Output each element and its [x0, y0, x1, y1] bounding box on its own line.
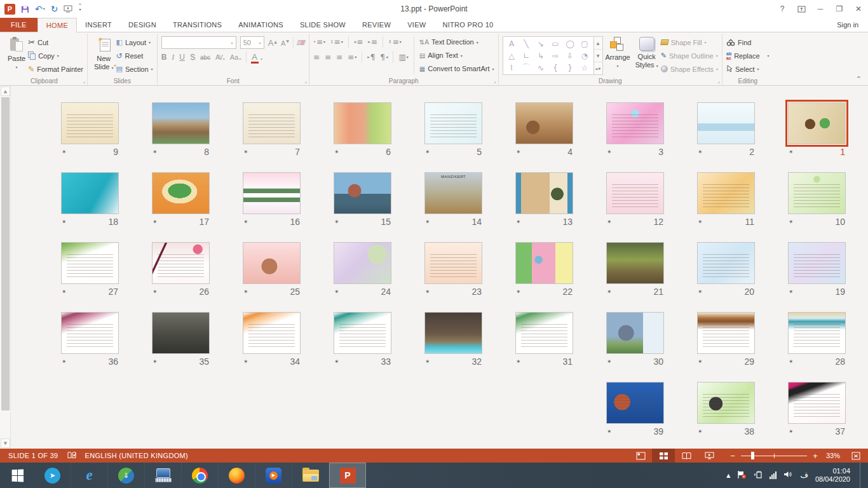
- shape-option-17[interactable]: ☆: [578, 62, 592, 74]
- slide-image-9[interactable]: [61, 102, 119, 144]
- slide-thumbnail-25[interactable]: ✶25: [243, 242, 301, 296]
- slide-thumbnail-20[interactable]: ✶20: [697, 242, 755, 296]
- zoom-percentage[interactable]: 33%: [818, 452, 840, 459]
- restore-button[interactable]: ❐: [830, 0, 849, 18]
- slide-image-29[interactable]: [697, 312, 755, 354]
- shape-option-12[interactable]: ⌇: [505, 62, 519, 74]
- shrink-font-button[interactable]: A▼: [281, 39, 289, 47]
- sign-in-link[interactable]: Sign in: [837, 18, 868, 32]
- change-case-button[interactable]: Aa▾: [230, 53, 241, 61]
- increase-indent-button[interactable]: ▸≡: [368, 38, 377, 46]
- taskbar-item-idm[interactable]: ⇓: [108, 463, 145, 488]
- copy-button[interactable]: Copy▾: [28, 50, 83, 62]
- slide-image-17[interactable]: [152, 172, 210, 214]
- drawing-dialog-launcher[interactable]: ⌟: [717, 78, 720, 84]
- shape-option-9[interactable]: ⇨: [548, 50, 563, 62]
- slide-thumbnail-38[interactable]: ✶38: [697, 382, 755, 436]
- collapse-ribbon-button[interactable]: ⌃: [856, 75, 862, 83]
- tab-view[interactable]: VIEW: [399, 18, 434, 32]
- font-dialog-launcher[interactable]: ⌟: [304, 78, 307, 84]
- slide-image-22[interactable]: [515, 242, 573, 284]
- replace-button[interactable]: abac Replace ▾: [726, 50, 770, 62]
- redo-button[interactable]: ↻: [51, 4, 58, 13]
- slide-thumbnail-18[interactable]: ✶18: [61, 172, 119, 226]
- text-direction-button[interactable]: ⇅AText Direction▾: [419, 36, 494, 48]
- action-center-icon[interactable]: [737, 470, 747, 481]
- tab-slide-show[interactable]: SLIDE SHOW: [292, 18, 354, 32]
- power-icon[interactable]: [754, 470, 763, 480]
- slide-image-24[interactable]: [334, 242, 391, 284]
- slide-thumbnail-30[interactable]: ✶30: [606, 312, 664, 366]
- shape-option-1[interactable]: ╲: [519, 37, 534, 50]
- grow-font-button[interactable]: A▲: [268, 38, 277, 48]
- slide-image-32[interactable]: [424, 312, 482, 354]
- slide-thumbnail-19[interactable]: ✶19: [788, 242, 846, 296]
- slide-image-11[interactable]: [697, 172, 755, 214]
- vertical-scrollbar[interactable]: ▲ ▼: [0, 86, 11, 449]
- scroll-up-arrow[interactable]: ▲: [1, 86, 10, 96]
- taskbar-item-firefox[interactable]: [219, 463, 255, 488]
- minimize-button[interactable]: ─: [811, 0, 830, 18]
- slide-image-38[interactable]: [697, 382, 755, 424]
- reset-button[interactable]: ↺Reset: [116, 50, 153, 62]
- slide-thumbnail-22[interactable]: ✶22: [515, 242, 573, 296]
- network-signal-icon[interactable]: [770, 471, 776, 479]
- volume-icon[interactable]: [783, 470, 793, 480]
- slide-image-14[interactable]: MANZIKERT: [424, 172, 482, 214]
- slide-image-35[interactable]: [152, 312, 210, 354]
- scroll-down-arrow[interactable]: ▼: [1, 438, 10, 448]
- hidden-icons-button[interactable]: ▲: [726, 473, 730, 478]
- slide-image-5[interactable]: [424, 102, 482, 144]
- shape-option-8[interactable]: ↳: [534, 50, 548, 62]
- slide-image-36[interactable]: [61, 312, 119, 354]
- shape-option-2[interactable]: ↘: [534, 37, 548, 50]
- slide-sorter-view-button[interactable]: [652, 449, 675, 463]
- slide-image-2[interactable]: [697, 102, 755, 144]
- slide-thumbnail-1[interactable]: ✶1: [788, 102, 846, 156]
- slide-image-37[interactable]: [788, 382, 846, 424]
- slide-thumbnail-32[interactable]: ✶32: [424, 312, 482, 366]
- tab-design[interactable]: DESIGN: [120, 18, 165, 32]
- shape-option-13[interactable]: ⌒: [519, 62, 534, 74]
- justify-button[interactable]: ≡▾: [348, 53, 356, 61]
- taskbar-item-remote-desktop[interactable]: [145, 463, 182, 488]
- slide-image-31[interactable]: [515, 312, 573, 354]
- slide-thumbnail-12[interactable]: ✶12: [606, 172, 664, 226]
- decrease-indent-button[interactable]: ◂≡: [354, 38, 363, 46]
- shape-outline-button[interactable]: ✎Shape Outline▾: [661, 50, 718, 62]
- section-button[interactable]: ✶▤Section▾: [116, 63, 153, 75]
- character-spacing-button[interactable]: AV▾: [215, 54, 225, 61]
- shape-option-14[interactable]: ∿: [534, 62, 548, 74]
- slide-image-16[interactable]: [243, 172, 301, 214]
- shape-option-15[interactable]: {: [548, 62, 563, 74]
- slide-image-19[interactable]: [788, 242, 846, 284]
- spell-check-icon[interactable]: [67, 451, 76, 461]
- zoom-slider[interactable]: [741, 452, 807, 459]
- zoom-out-button[interactable]: −: [729, 451, 736, 461]
- format-painter-button[interactable]: ✎Format Painter: [28, 63, 83, 75]
- slide-thumbnail-17[interactable]: ✶17: [152, 172, 210, 226]
- slide-thumbnail-8[interactable]: ✶8: [152, 102, 210, 156]
- slide-image-1[interactable]: [788, 102, 846, 144]
- slide-show-button[interactable]: [698, 449, 721, 463]
- slide-image-26[interactable]: [152, 242, 210, 284]
- underline-button[interactable]: U: [179, 53, 185, 62]
- slide-thumbnail-26[interactable]: ✶26: [152, 242, 210, 296]
- slide-image-33[interactable]: [334, 312, 391, 354]
- start-slideshow-button[interactable]: [64, 5, 72, 13]
- taskbar-item-media-player[interactable]: ▶: [255, 463, 292, 488]
- shape-fill-button[interactable]: Shape Fill▾: [661, 36, 718, 48]
- customize-qat-button[interactable]: ▾: [79, 4, 81, 14]
- cut-button[interactable]: ✂Cut: [28, 36, 83, 48]
- slide-image-28[interactable]: [788, 312, 846, 354]
- tab-animations[interactable]: ANIMATIONS: [230, 18, 292, 32]
- taskbar-item-telegram[interactable]: ➤: [34, 463, 71, 488]
- font-color-button[interactable]: A▾: [252, 53, 262, 61]
- tab-nitro-pro-10[interactable]: NITRO PRO 10: [434, 18, 501, 32]
- slide-image-10[interactable]: [788, 172, 846, 214]
- slide-thumbnail-39[interactable]: ✶39: [606, 382, 664, 436]
- slide-image-4[interactable]: [515, 102, 573, 144]
- arrange-button[interactable]: Arrange ▾: [603, 35, 633, 71]
- slide-image-25[interactable]: [243, 242, 301, 284]
- shapes-scroll-down[interactable]: ▼: [594, 50, 602, 62]
